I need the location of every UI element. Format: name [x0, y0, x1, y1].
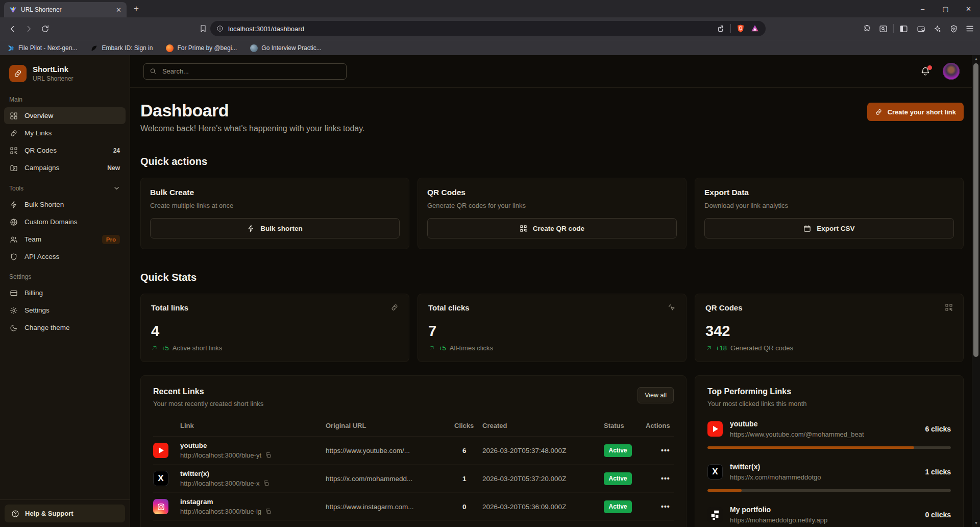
bookmark-label: Embark ID: Sign in	[102, 44, 153, 52]
notification-dot	[927, 65, 932, 70]
url-bar[interactable]: localhost:3001/dashboard	[210, 21, 766, 36]
bookmark-icon[interactable]	[196, 21, 210, 36]
copy-icon[interactable]	[263, 480, 270, 487]
page-scrollbar[interactable]: ▲ ▼	[972, 55, 980, 527]
original-url[interactable]: https://x.com/mohammedd...	[326, 475, 454, 483]
sidebar-toggle-icon[interactable]	[896, 21, 911, 36]
toolbar-separator	[893, 24, 894, 33]
column-created: Created	[482, 422, 604, 429]
row-actions-button[interactable]: •••	[646, 446, 674, 454]
site-info-icon[interactable]	[216, 25, 224, 32]
scroll-down-arrow[interactable]: ▼	[972, 521, 980, 525]
original-url[interactable]: https://www.youtube.com/...	[326, 447, 454, 454]
bulk-shorten-button[interactable]: Bulk shorten	[150, 218, 400, 238]
bookmark-go-interview[interactable]: Go Interview Practic...	[250, 44, 321, 52]
main-area: Dashboard Welcome back! Here's what's ha…	[130, 55, 980, 527]
forward-button[interactable]	[21, 21, 36, 36]
vpn-shield-icon[interactable]	[946, 21, 961, 36]
new-tab-button[interactable]: +	[134, 4, 139, 14]
portfolio-glyph	[709, 509, 721, 520]
link-name[interactable]: twitter(x)	[180, 470, 326, 477]
sidebar-item-team[interactable]: Team Pro	[4, 231, 126, 248]
moon-icon	[10, 324, 18, 332]
extensions-icon[interactable]	[860, 21, 874, 36]
window-close-button[interactable]: ✕	[957, 0, 980, 17]
sidebar-item-billing[interactable]: Billing	[4, 284, 126, 301]
url-text[interactable]: localhost:3001/dashboard	[228, 25, 713, 33]
search-tabs-icon[interactable]	[876, 21, 890, 36]
top-link-clicks: 6 clicks	[925, 425, 951, 433]
create-short-link-button[interactable]: Create your short link	[867, 103, 964, 121]
reload-button[interactable]	[38, 21, 52, 36]
page-title: Dashboard	[140, 101, 365, 121]
notifications-button[interactable]	[920, 66, 930, 77]
grid-icon	[10, 112, 18, 120]
created-timestamp: 2026-03-20T05:36:09.000Z	[482, 503, 604, 511]
sidebar-item-custom-domains[interactable]: Custom Domains	[4, 213, 126, 230]
clicks-count: 1	[454, 475, 482, 483]
window-maximize-button[interactable]: ▢	[934, 0, 957, 17]
top-link-item[interactable]: youtube https://www.youtube.com/@mohamme…	[707, 420, 951, 449]
top-link-item[interactable]: My portfolio https://mohameddotgo.netlif…	[707, 506, 951, 527]
browser-window: URL Shortener ✕ + – ▢ ✕ localhost:3001/d…	[0, 0, 980, 527]
column-link: Link	[180, 422, 326, 429]
tab-close-icon[interactable]: ✕	[116, 7, 121, 13]
short-url[interactable]: http://localhost:3000/blue-x	[180, 480, 259, 487]
chevron-down-icon[interactable]	[113, 184, 120, 192]
link-name[interactable]: youtube	[180, 442, 326, 449]
table-row: My portfolio http://localhost:3000/blue-…	[153, 521, 674, 527]
bookmark-file-pilot[interactable]: File Pilot - Next-gen...	[7, 44, 77, 52]
search-input[interactable]	[161, 67, 340, 76]
copy-icon[interactable]	[265, 508, 272, 515]
qr-icon	[10, 147, 18, 155]
created-timestamp: 2026-03-20T05:37:20.000Z	[482, 475, 604, 483]
scroll-up-arrow[interactable]: ▲	[972, 57, 980, 61]
sidebar-item-bulk-shorten[interactable]: Bulk Shorten	[4, 196, 126, 213]
sidebar-item-qr-codes[interactable]: QR Codes 24	[4, 142, 126, 159]
create-qr-code-button[interactable]: Create QR code	[427, 218, 677, 238]
sidebar-item-settings[interactable]: Settings	[4, 302, 126, 319]
leo-ai-icon[interactable]	[930, 21, 944, 36]
brave-shield-icon[interactable]	[736, 24, 745, 33]
short-url[interactable]: http://localhost:3000/blue-ig	[180, 508, 261, 515]
stat-caption: Generated QR codes	[730, 344, 793, 352]
share-icon[interactable]	[717, 25, 725, 33]
tab-title: URL Shortener	[21, 6, 112, 13]
search-box[interactable]	[143, 63, 347, 80]
short-url[interactable]: http://localhost:3000/blue-yt	[180, 451, 261, 459]
sidebar-item-change-theme[interactable]: Change theme	[4, 319, 126, 336]
wallet-icon[interactable]	[914, 21, 928, 36]
window-minimize-button[interactable]: –	[911, 0, 934, 17]
credit-card-icon	[10, 289, 18, 297]
bolt-icon	[247, 225, 255, 232]
sidebar-item-api-access[interactable]: API Access	[4, 248, 126, 265]
original-url[interactable]: https://www.instagarm.com...	[326, 503, 454, 511]
stat-caption: Active short links	[173, 344, 223, 352]
brave-rewards-icon[interactable]	[750, 24, 760, 33]
browser-tab[interactable]: URL Shortener ✕	[4, 2, 127, 17]
top-link-url: https://mohameddotgo.netlify.app	[730, 516, 918, 524]
menu-icon[interactable]	[963, 21, 977, 36]
avatar[interactable]	[943, 63, 960, 80]
export-csv-button[interactable]: Export CSV	[704, 218, 954, 238]
sidebar-item-my-links[interactable]: My Links	[4, 125, 126, 141]
sidebar-item-campaigns[interactable]: Campaigns New	[4, 159, 126, 176]
progress-bar	[707, 446, 951, 449]
top-link-item[interactable]: X twitter(x) https://x.com/mohammeddotgo…	[707, 463, 951, 492]
copy-icon[interactable]	[265, 452, 272, 459]
row-actions-button[interactable]: •••	[646, 474, 674, 483]
sidebar-item-label: My Links	[24, 129, 52, 137]
sidebar-item-label: Settings	[24, 306, 50, 314]
view-all-button[interactable]: View all	[638, 387, 674, 403]
link-name[interactable]: instagram	[180, 498, 326, 506]
row-actions-button[interactable]: •••	[646, 502, 674, 511]
sidebar-item-label: Campaigns	[24, 164, 59, 172]
help-support-button[interactable]: Help & Support	[5, 505, 125, 522]
sidebar-item-overview[interactable]: Overview	[4, 107, 126, 124]
bookmark-embark[interactable]: Embark ID: Sign in	[90, 44, 153, 52]
back-button[interactable]	[5, 21, 19, 36]
scrollbar-thumb[interactable]	[973, 63, 978, 357]
bookmark-for-prime[interactable]: For Prime by @begi...	[166, 44, 237, 52]
link-icon	[10, 129, 18, 137]
top-link-url: https://www.youtube.com/@mohammed_beat	[730, 430, 918, 438]
